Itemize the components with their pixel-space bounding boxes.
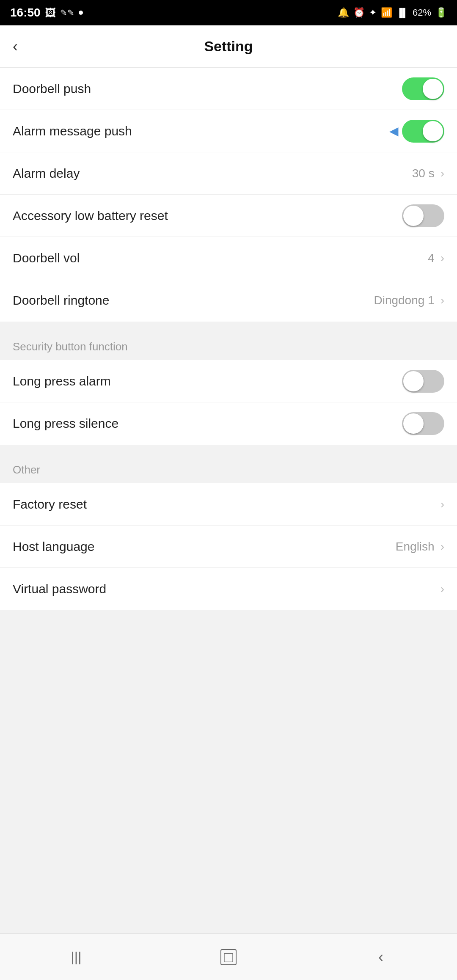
row-doorbell-ringtone[interactable]: Doorbell ringtoneDingdong 1› — [0, 279, 457, 322]
right-long-press-silence — [402, 412, 444, 435]
content-area: Doorbell pushAlarm message push◀Alarm de… — [0, 68, 457, 610]
label-alarm-delay: Alarm delay — [13, 166, 80, 181]
home-icon: □ — [220, 949, 237, 965]
row-virtual-password[interactable]: Virtual password› — [0, 568, 457, 610]
right-doorbell-ringtone: Dingdong 1› — [374, 294, 444, 307]
status-battery-text: 62% — [413, 7, 431, 18]
status-battery-icon: 🔋 — [435, 7, 447, 18]
row-host-language[interactable]: Host languageEnglish› — [0, 526, 457, 568]
label-long-press-alarm: Long press alarm — [13, 374, 111, 388]
row-factory-reset[interactable]: Factory reset› — [0, 483, 457, 526]
toggle-knob-doorbell-push — [423, 79, 443, 99]
chevron-icon-alarm-delay: › — [440, 167, 444, 180]
section-notifications: Doorbell pushAlarm message push◀Alarm de… — [0, 68, 457, 322]
label-virtual-password: Virtual password — [13, 582, 106, 596]
toggle-knob-long-press-silence — [403, 413, 424, 434]
toggle-long-press-alarm[interactable] — [402, 370, 444, 393]
bottom-nav: ||| □ ‹ — [0, 933, 457, 980]
label-host-language: Host language — [13, 540, 94, 554]
right-accessory-low-battery — [402, 204, 444, 227]
page-header: ‹ Setting — [0, 25, 457, 68]
section-header-other: Other — [0, 453, 457, 483]
nav-home-button[interactable]: □ — [212, 944, 245, 970]
section-other: OtherFactory reset›Host languageEnglish›… — [0, 453, 457, 610]
status-wifi-icon: 📶 — [381, 7, 392, 18]
chevron-icon-doorbell-vol: › — [440, 251, 444, 265]
right-long-press-alarm — [402, 370, 444, 393]
chevron-icon-virtual-password: › — [440, 582, 444, 596]
row-doorbell-push[interactable]: Doorbell push — [0, 68, 457, 110]
toggle-alarm-message-push[interactable] — [402, 120, 444, 143]
volume-arrow-icon: ◀ — [389, 124, 399, 138]
nav-recent-button[interactable]: ||| — [59, 944, 93, 970]
status-dot — [79, 11, 83, 15]
status-bar: 16:50 🖼 ✎✎ 🔔 ⏰ ✦ 📶 ▐▌ 62% 🔋 — [0, 0, 457, 25]
right-host-language: English› — [396, 540, 444, 553]
status-sim-icon: 🔔 — [338, 7, 349, 18]
status-photo-icon: 🖼 — [45, 6, 56, 19]
row-long-press-silence[interactable]: Long press silence — [0, 402, 457, 445]
right-factory-reset: › — [438, 498, 444, 511]
label-alarm-message-push: Alarm message push — [13, 124, 132, 138]
row-long-press-alarm[interactable]: Long press alarm — [0, 360, 457, 402]
recent-apps-icon: ||| — [71, 949, 82, 965]
status-bar-left: 16:50 🖼 ✎✎ — [10, 6, 83, 19]
right-alarm-message-push: ◀ — [389, 120, 444, 143]
toggle-knob-alarm-message-push — [423, 121, 443, 141]
status-edit-icons: ✎✎ — [60, 8, 74, 18]
value-doorbell-vol: 4 — [428, 251, 435, 265]
status-signal-icon: ▐▌ — [396, 8, 408, 18]
label-long-press-silence: Long press silence — [13, 416, 118, 431]
row-accessory-low-battery[interactable]: Accessory low battery reset — [0, 195, 457, 237]
section-header-security: Security button function — [0, 330, 457, 360]
back-button[interactable]: ‹ — [13, 38, 18, 55]
status-bluetooth-icon: ✦ — [369, 7, 377, 18]
label-doorbell-vol: Doorbell vol — [13, 251, 80, 265]
toggle-accessory-low-battery[interactable] — [402, 204, 444, 227]
value-alarm-delay: 30 s — [412, 167, 435, 180]
label-doorbell-ringtone: Doorbell ringtone — [13, 293, 109, 308]
row-alarm-delay[interactable]: Alarm delay30 s› — [0, 152, 457, 195]
chevron-icon-factory-reset: › — [440, 498, 444, 511]
page-title: Setting — [204, 38, 253, 55]
right-alarm-delay: 30 s› — [412, 167, 444, 180]
right-doorbell-vol: 4› — [428, 251, 444, 265]
chevron-icon-doorbell-ringtone: › — [440, 294, 444, 307]
label-accessory-low-battery: Accessory low battery reset — [13, 209, 168, 223]
label-doorbell-push: Doorbell push — [13, 82, 91, 96]
row-alarm-message-push[interactable]: Alarm message push◀ — [0, 110, 457, 152]
toggle-knob-accessory-low-battery — [403, 206, 424, 226]
right-doorbell-push — [402, 77, 444, 100]
section-security: Security button functionLong press alarm… — [0, 330, 457, 445]
value-doorbell-ringtone: Dingdong 1 — [374, 294, 434, 307]
value-host-language: English — [396, 540, 435, 553]
toggle-doorbell-push[interactable] — [402, 77, 444, 100]
toggle-long-press-silence[interactable] — [402, 412, 444, 435]
status-time: 16:50 — [10, 6, 41, 19]
chevron-icon-host-language: › — [440, 540, 444, 553]
nav-back-button[interactable]: ‹ — [364, 944, 398, 970]
row-doorbell-vol[interactable]: Doorbell vol4› — [0, 237, 457, 279]
toggle-knob-long-press-alarm — [403, 371, 424, 391]
label-factory-reset: Factory reset — [13, 497, 87, 512]
right-virtual-password: › — [438, 582, 444, 596]
back-nav-icon: ‹ — [378, 948, 383, 966]
status-alarm-icon: ⏰ — [353, 7, 365, 18]
status-bar-right: 🔔 ⏰ ✦ 📶 ▐▌ 62% 🔋 — [338, 7, 447, 18]
